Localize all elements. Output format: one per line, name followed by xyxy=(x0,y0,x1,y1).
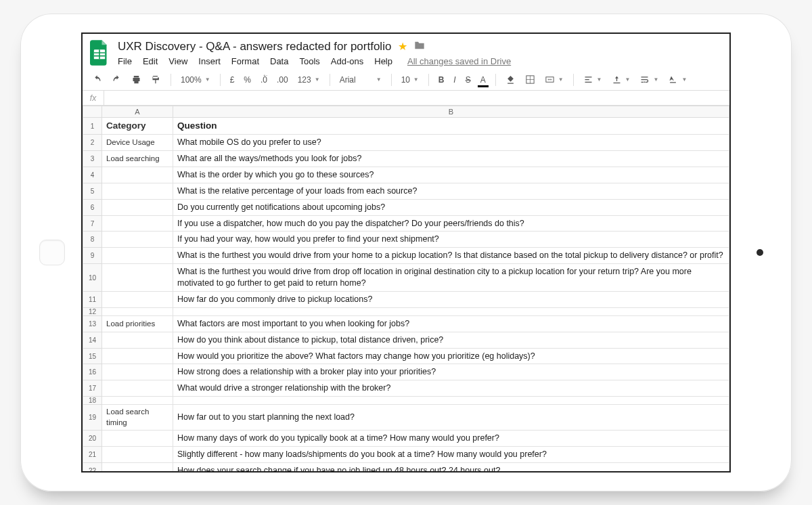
row-header[interactable]: 21 xyxy=(83,447,102,463)
cell[interactable]: What is the furthest you would drive fro… xyxy=(173,264,729,292)
menu-addons[interactable]: Add-ons xyxy=(331,56,363,66)
cell[interactable]: Category xyxy=(102,118,173,135)
cell[interactable] xyxy=(102,215,173,232)
cell[interactable]: How does your search change if you have … xyxy=(173,463,729,472)
cell[interactable]: If you had your way, how would you prefe… xyxy=(173,232,729,248)
cell[interactable]: How far do you commonly drive to pickup … xyxy=(173,291,729,307)
cell[interactable] xyxy=(102,264,173,292)
paint-format-button[interactable] xyxy=(148,73,164,86)
cell[interactable] xyxy=(102,447,173,463)
cell[interactable] xyxy=(102,183,173,199)
cell[interactable]: What mobile OS do you prefer to use? xyxy=(173,135,729,151)
cell[interactable]: How would you prioritize the above? What… xyxy=(173,348,729,364)
cell[interactable] xyxy=(102,248,173,264)
sheets-logo-icon[interactable] xyxy=(89,39,110,66)
cell[interactable]: Slightly different - how many loads/ship… xyxy=(173,447,729,463)
cell[interactable]: If you use a dispatcher, how much do you… xyxy=(173,215,729,232)
row-header[interactable]: 11 xyxy=(83,291,102,307)
text-rotation-dropdown[interactable]: ▼ xyxy=(665,73,690,86)
cell[interactable] xyxy=(102,364,173,380)
italic-button[interactable]: I xyxy=(451,74,458,86)
print-button[interactable] xyxy=(129,73,144,86)
menu-tools[interactable]: Tools xyxy=(299,56,319,66)
row-header[interactable]: 8 xyxy=(83,232,102,248)
sheet-grid[interactable]: A B 1CategoryQuestion2Device UsageWhat m… xyxy=(83,106,729,471)
row-header[interactable]: 6 xyxy=(83,199,102,215)
folder-icon[interactable] xyxy=(414,41,425,52)
row-header[interactable]: 18 xyxy=(83,397,102,405)
menu-data[interactable]: Data xyxy=(270,56,288,66)
row-header[interactable]: 13 xyxy=(83,315,102,332)
currency-button[interactable]: £ xyxy=(227,74,238,86)
cell[interactable] xyxy=(102,463,173,472)
cell[interactable]: Question xyxy=(173,118,729,135)
cell[interactable]: Device Usage xyxy=(102,135,173,151)
more-formats-dropdown[interactable]: 123▼ xyxy=(295,74,323,86)
cell[interactable]: How strong does a relationship with a br… xyxy=(173,364,729,380)
save-status[interactable]: All changes saved in Drive xyxy=(407,56,511,66)
cell[interactable] xyxy=(102,232,173,248)
row-header[interactable]: 4 xyxy=(83,167,102,183)
menu-file[interactable]: File xyxy=(118,56,132,66)
cell[interactable] xyxy=(102,431,173,447)
cell[interactable]: What is the furthest you would drive fro… xyxy=(173,248,729,264)
fill-color-button[interactable] xyxy=(503,73,518,86)
cell[interactable]: What factors are most important to you w… xyxy=(173,315,729,332)
row-header[interactable]: 15 xyxy=(83,348,102,364)
row-header[interactable]: 9 xyxy=(83,248,102,264)
font-size-dropdown[interactable]: 10▼ xyxy=(399,74,422,86)
select-all-cell[interactable] xyxy=(83,106,102,118)
row-header[interactable]: 17 xyxy=(83,380,102,397)
cell[interactable]: What are all the ways/methods you look f… xyxy=(173,151,729,167)
cell[interactable]: How do you think about distance to picku… xyxy=(173,332,729,348)
cell[interactable]: Load search timing xyxy=(102,405,173,431)
strikethrough-button[interactable]: S xyxy=(463,74,474,86)
row-header[interactable]: 22 xyxy=(83,463,102,472)
row-header[interactable]: 1 xyxy=(83,118,102,135)
menu-insert[interactable]: Insert xyxy=(198,56,221,66)
row-header[interactable]: 12 xyxy=(83,307,102,315)
bold-button[interactable]: B xyxy=(436,74,447,86)
cell[interactable] xyxy=(102,380,173,397)
row-header[interactable]: 20 xyxy=(83,431,102,447)
text-wrap-dropdown[interactable]: ▼ xyxy=(637,73,661,86)
v-align-dropdown[interactable]: ▼ xyxy=(609,73,633,86)
decrease-decimal-button[interactable]: ←.0 xyxy=(258,74,270,86)
undo-button[interactable] xyxy=(89,73,105,86)
menu-edit[interactable]: Edit xyxy=(143,56,158,66)
text-color-button[interactable]: A xyxy=(478,74,489,86)
cell[interactable]: How far out to you start planning the ne… xyxy=(173,405,729,431)
cell[interactable] xyxy=(173,307,729,315)
cell[interactable]: What would drive a stronger relationship… xyxy=(173,380,729,397)
redo-button[interactable] xyxy=(109,73,125,86)
menu-view[interactable]: View xyxy=(168,56,187,66)
menu-help[interactable]: Help xyxy=(374,56,392,66)
percent-button[interactable]: % xyxy=(241,74,254,86)
cell[interactable] xyxy=(102,199,173,215)
row-header[interactable]: 2 xyxy=(83,135,102,151)
row-header[interactable]: 16 xyxy=(83,364,102,380)
cell[interactable]: Load priorities xyxy=(102,315,173,332)
home-button[interactable] xyxy=(39,240,65,265)
cell[interactable] xyxy=(102,348,173,364)
cell[interactable]: Load searching xyxy=(102,151,173,167)
row-header[interactable]: 19 xyxy=(83,405,102,431)
row-header[interactable]: 10 xyxy=(83,264,102,292)
row-header[interactable]: 14 xyxy=(83,332,102,348)
row-header[interactable]: 3 xyxy=(83,151,102,167)
cell[interactable] xyxy=(102,397,173,405)
borders-button[interactable] xyxy=(522,73,538,86)
row-header[interactable]: 5 xyxy=(83,183,102,199)
increase-decimal-button[interactable]: .00 xyxy=(274,74,291,86)
col-header-A[interactable]: A xyxy=(102,106,173,118)
document-title[interactable]: UXR Discovery - Q&A - answers redacted f… xyxy=(118,40,391,53)
star-icon[interactable]: ★ xyxy=(398,40,407,53)
col-header-B[interactable]: B xyxy=(173,106,729,118)
cell[interactable]: What is the relative percentage of your … xyxy=(173,183,729,199)
h-align-dropdown[interactable]: ▼ xyxy=(581,73,605,86)
cell[interactable] xyxy=(102,291,173,307)
cell[interactable]: What is the order by which you go to the… xyxy=(173,167,729,183)
cell[interactable]: Do you currently get notifications about… xyxy=(173,199,729,215)
cell[interactable]: How many days of work do you typically b… xyxy=(173,431,729,447)
zoom-dropdown[interactable]: 100%▼ xyxy=(178,74,213,86)
